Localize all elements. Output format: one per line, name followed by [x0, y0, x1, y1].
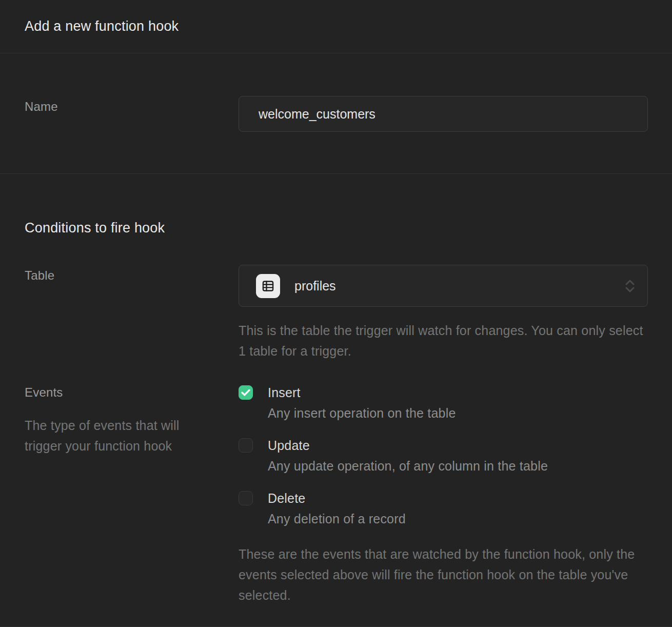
events-field-label: Events	[25, 385, 239, 400]
panel-spacer	[0, 605, 672, 626]
delete-checkbox-label[interactable]: Delete	[268, 491, 406, 505]
panel-header: Add a new function hook	[0, 0, 672, 53]
conditions-heading: Conditions to fire hook	[25, 221, 648, 235]
table-help-text: This is the table the trigger will watch…	[239, 320, 648, 361]
event-option-insert: Insert Any insert operation on the table	[239, 385, 648, 420]
insert-checkbox-description: Any insert operation on the table	[268, 406, 456, 420]
update-checkbox-description: Any update operation, of any column in t…	[268, 459, 548, 473]
insert-checkbox[interactable]	[239, 385, 253, 400]
delete-checkbox-description: Any deletion of a record	[268, 512, 406, 525]
delete-checkbox[interactable]	[239, 491, 253, 505]
update-checkbox-label[interactable]: Update	[268, 438, 548, 453]
chevron-up-down-icon	[625, 280, 635, 292]
event-option-delete: Delete Any deletion of a record	[239, 491, 648, 525]
events-field-row: Events The type of events that will trig…	[25, 385, 648, 605]
name-input[interactable]	[239, 96, 648, 132]
table-icon	[256, 274, 280, 298]
conditions-section: Conditions to fire hook Table profiles	[0, 174, 672, 605]
events-help-text: These are the events that are watched by…	[239, 544, 646, 605]
event-option-update: Update Any update operation, of any colu…	[239, 438, 648, 473]
checkmark-icon	[241, 389, 250, 396]
name-field-label: Name	[25, 96, 239, 132]
table-field-row: Table profiles	[25, 265, 648, 361]
table-select-value: profiles	[294, 279, 336, 293]
table-field-label: Table	[25, 265, 239, 361]
update-checkbox[interactable]	[239, 438, 253, 453]
name-section: Name	[0, 53, 672, 174]
insert-checkbox-label[interactable]: Insert	[268, 385, 456, 400]
add-function-hook-panel: Add a new function hook Name Conditions …	[0, 0, 672, 627]
events-field-description: The type of events that will trigger you…	[25, 415, 204, 456]
table-select[interactable]: profiles	[239, 265, 648, 307]
panel-title: Add a new function hook	[25, 18, 179, 34]
